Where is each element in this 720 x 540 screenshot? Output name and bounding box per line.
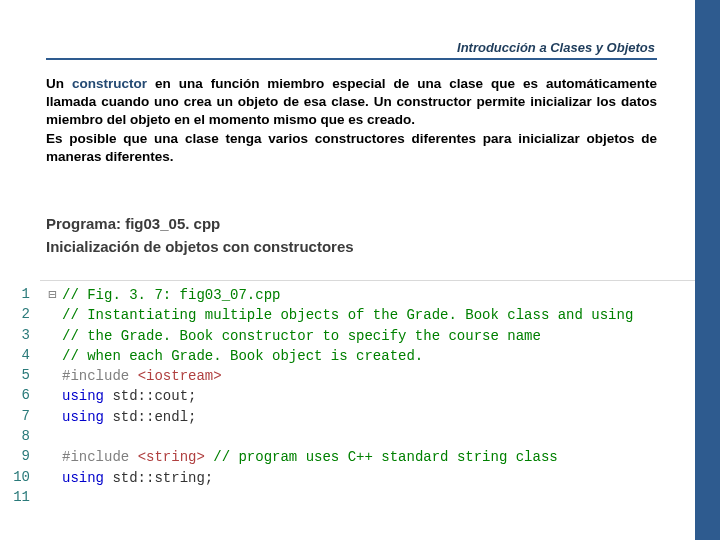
code-token: std::endl; <box>104 409 196 425</box>
code-line: // Instantiating multiple objects of the… <box>48 305 695 325</box>
fold-icon <box>48 407 62 427</box>
code-line <box>48 427 695 447</box>
fold-icon <box>48 468 62 488</box>
fold-icon <box>48 326 62 346</box>
program-title: Programa: fig03_05. cpp <box>46 215 220 232</box>
para1-pre: Un <box>46 76 72 91</box>
code-block: 1234567891011 ⊟// Fig. 3. 7: fig03_07.cp… <box>0 280 695 512</box>
code-line: // the Grade. Book constructor to specif… <box>48 326 695 346</box>
fold-icon <box>48 427 62 447</box>
code-token: <iostream> <box>138 368 222 384</box>
line-number: 11 <box>0 487 30 507</box>
line-number: 4 <box>0 345 30 365</box>
code-token: string <box>154 470 204 486</box>
code-content: ⊟// Fig. 3. 7: fig03_07.cpp // Instantia… <box>40 280 695 512</box>
line-number: 8 <box>0 426 30 446</box>
code-line: using std::endl; <box>48 407 695 427</box>
page-header: Introducción a Clases y Objetos <box>457 40 655 55</box>
line-number: 5 <box>0 365 30 385</box>
header-underline <box>46 58 657 60</box>
code-token: using <box>62 409 104 425</box>
fold-icon <box>48 447 62 467</box>
program-subtitle: Inicialización de objetos con constructo… <box>46 238 354 255</box>
code-token: <string> <box>138 449 205 465</box>
code-line: #include <iostream> <box>48 366 695 386</box>
code-token <box>205 449 213 465</box>
code-token: std:: <box>104 470 154 486</box>
line-number: 9 <box>0 446 30 466</box>
body-text: Un constructor en una función miembro es… <box>46 75 657 166</box>
fold-icon: ⊟ <box>48 285 62 305</box>
line-number: 2 <box>0 304 30 324</box>
code-gutter: 1234567891011 <box>0 280 40 512</box>
slide-sidebar <box>695 0 720 540</box>
code-line: using std::cout; <box>48 386 695 406</box>
fold-icon <box>48 366 62 386</box>
code-token: using <box>62 388 104 404</box>
code-line: #include <string> // program uses C++ st… <box>48 447 695 467</box>
code-token: // Fig. 3. 7: fig03_07.cpp <box>62 287 280 303</box>
code-token: #include <box>62 368 138 384</box>
para2: Es posible que una clase tenga varios co… <box>46 131 657 164</box>
line-number: 10 <box>0 467 30 487</box>
line-number: 7 <box>0 406 30 426</box>
code-token: #include <box>62 449 138 465</box>
code-line <box>48 488 695 508</box>
code-line: // when each Grade. Book object is creat… <box>48 346 695 366</box>
fold-icon <box>48 488 62 508</box>
code-token: // when each Grade. Book object is creat… <box>62 348 423 364</box>
code-token: // the Grade. Book constructor to specif… <box>62 328 541 344</box>
line-number: 6 <box>0 385 30 405</box>
code-token: using <box>62 470 104 486</box>
code-token: // program uses C++ standard string clas… <box>213 449 557 465</box>
line-number: 1 <box>0 284 30 304</box>
code-token: ; <box>205 470 213 486</box>
code-token: std::cout; <box>104 388 196 404</box>
fold-icon <box>48 386 62 406</box>
line-number: 3 <box>0 325 30 345</box>
term-constructor: constructor <box>72 76 147 91</box>
fold-icon <box>48 305 62 325</box>
code-line: using std::string; <box>48 468 695 488</box>
fold-icon <box>48 346 62 366</box>
code-line: ⊟// Fig. 3. 7: fig03_07.cpp <box>48 285 695 305</box>
code-token: // Instantiating multiple objects of the… <box>62 307 633 323</box>
slide: Introducción a Clases y Objetos Un const… <box>0 0 695 540</box>
